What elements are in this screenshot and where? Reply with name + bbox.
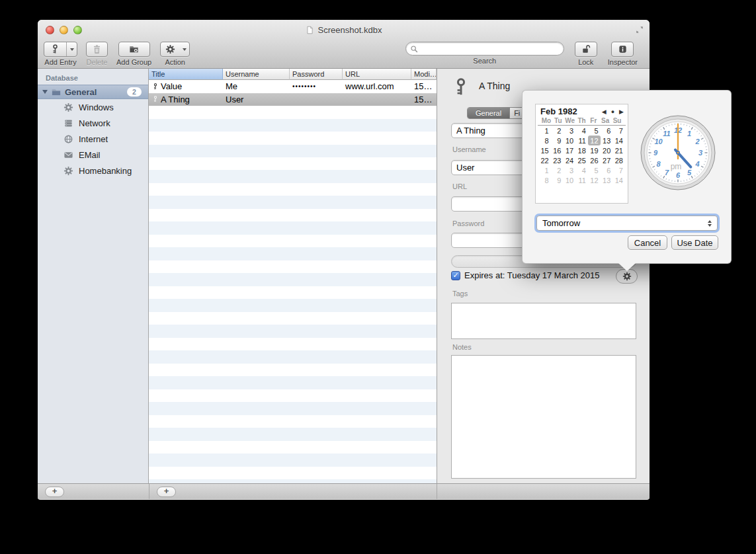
calendar-day[interactable]: 11 bbox=[575, 136, 588, 145]
calendar-day[interactable]: 10 bbox=[563, 175, 575, 185]
sidebar-item-internet[interactable]: Internet bbox=[38, 131, 148, 147]
calendar-day[interactable]: 3 bbox=[563, 126, 575, 136]
minimize-button[interactable] bbox=[60, 26, 68, 34]
calendar-day[interactable]: 1 bbox=[538, 165, 551, 175]
calendar-day[interactable]: 18 bbox=[575, 145, 588, 155]
calendar-day[interactable]: 8 bbox=[538, 175, 551, 185]
calendar-day[interactable]: 7 bbox=[612, 126, 625, 136]
calendar-next-button[interactable]: ▶ bbox=[619, 108, 624, 115]
calendar-day[interactable]: 23 bbox=[551, 155, 564, 165]
window-title: Screenshot.kdbx bbox=[318, 25, 382, 35]
sidebar-item-label: EMail bbox=[79, 150, 101, 160]
disclosure-triangle-icon[interactable] bbox=[42, 90, 48, 94]
calendar-day-selected[interactable]: 12 bbox=[588, 136, 601, 145]
column-header-title[interactable]: Title bbox=[149, 69, 223, 80]
sidebar-item-label: Windows bbox=[79, 102, 114, 112]
expires-options-button[interactable] bbox=[616, 269, 638, 284]
sidebar-item-network[interactable]: Network bbox=[38, 115, 148, 131]
delete-button[interactable] bbox=[86, 42, 108, 57]
calendar-day[interactable]: 16 bbox=[551, 145, 564, 155]
column-header-username[interactable]: Username bbox=[223, 69, 290, 80]
column-header-url[interactable]: URL bbox=[343, 69, 411, 80]
calendar-day[interactable]: 7 bbox=[612, 165, 625, 175]
calendar-day[interactable]: 5 bbox=[588, 126, 601, 136]
calendar: Feb 1982 ◀ ● ▶ MoTuWeThFrSaSu 1234567891… bbox=[535, 104, 628, 204]
calendar-weekday: We bbox=[564, 117, 576, 124]
calendar-day[interactable]: 24 bbox=[563, 155, 575, 165]
mail-icon bbox=[63, 150, 73, 160]
key-icon bbox=[152, 82, 159, 91]
add-group-plus-button[interactable]: + bbox=[45, 487, 64, 497]
clock-number: 2 bbox=[694, 138, 699, 145]
calendar-today-button[interactable]: ● bbox=[611, 108, 614, 115]
calendar-day[interactable]: 13 bbox=[601, 175, 613, 185]
expires-checkbox[interactable]: ✓ bbox=[451, 271, 460, 280]
calendar-day[interactable]: 22 bbox=[538, 155, 551, 165]
add-entry-plus-button[interactable]: + bbox=[157, 487, 176, 497]
calendar-day[interactable]: 10 bbox=[563, 136, 575, 145]
table-row[interactable]: A ThingUser15… bbox=[149, 93, 437, 106]
tab-general[interactable]: General bbox=[468, 108, 509, 118]
expiry-preset-select[interactable]: Tomorrow bbox=[536, 216, 718, 231]
globe-icon bbox=[63, 134, 73, 144]
search-input[interactable] bbox=[421, 44, 560, 54]
calendar-day[interactable]: 17 bbox=[563, 145, 575, 155]
calendar-month-label: Feb 1982 bbox=[540, 106, 577, 116]
close-button[interactable] bbox=[46, 26, 54, 34]
calendar-day[interactable]: 25 bbox=[575, 155, 588, 165]
column-header-modi[interactable]: Modi… bbox=[411, 69, 437, 80]
title-bar[interactable]: Screenshot.kdbx bbox=[38, 20, 650, 40]
add-entry-dropdown[interactable] bbox=[66, 42, 77, 56]
sidebar-item-windows[interactable]: Windows bbox=[38, 99, 148, 115]
calendar-prev-button[interactable]: ◀ bbox=[602, 108, 607, 115]
column-header-label: Title bbox=[151, 70, 165, 78]
column-header-password[interactable]: Password bbox=[290, 69, 343, 80]
zoom-button[interactable] bbox=[73, 26, 82, 34]
cancel-button[interactable]: Cancel bbox=[628, 235, 667, 250]
sidebar-item-homebanking[interactable]: Homebanking bbox=[38, 163, 148, 178]
add-entry-button[interactable] bbox=[44, 42, 77, 57]
calendar-day[interactable]: 26 bbox=[588, 155, 601, 165]
calendar-day[interactable]: 4 bbox=[575, 126, 588, 136]
notes-field[interactable] bbox=[451, 355, 636, 479]
tags-field[interactable] bbox=[451, 303, 636, 339]
fullscreen-icon[interactable] bbox=[635, 25, 644, 34]
calendar-day[interactable]: 11 bbox=[575, 175, 588, 185]
calendar-day[interactable]: 15 bbox=[538, 145, 551, 155]
calendar-day[interactable]: 14 bbox=[612, 136, 625, 145]
add-group-button[interactable] bbox=[118, 42, 150, 57]
inspector-button[interactable] bbox=[611, 42, 634, 57]
calendar-day[interactable]: 6 bbox=[601, 126, 613, 136]
calendar-day[interactable]: 12 bbox=[588, 175, 601, 185]
calendar-day[interactable]: 9 bbox=[551, 136, 564, 145]
use-date-button[interactable]: Use Date bbox=[671, 235, 718, 250]
calendar-day[interactable]: 8 bbox=[538, 136, 551, 145]
lock-button[interactable] bbox=[575, 42, 597, 57]
action-dropdown[interactable] bbox=[180, 42, 189, 56]
calendar-day[interactable]: 4 bbox=[575, 165, 588, 175]
calendar-day[interactable]: 1 bbox=[538, 126, 551, 136]
calendar-day[interactable]: 2 bbox=[551, 126, 564, 136]
table-empty-area[interactable] bbox=[149, 106, 437, 483]
table-row[interactable]: ValueMe••••••••www.url.com15… bbox=[149, 80, 437, 93]
calendar-day[interactable]: 13 bbox=[601, 136, 613, 145]
calendar-day[interactable]: 2 bbox=[551, 165, 564, 175]
calendar-day[interactable]: 6 bbox=[601, 165, 613, 175]
calendar-day[interactable]: 14 bbox=[612, 175, 625, 185]
sidebar-item-email[interactable]: EMail bbox=[38, 147, 148, 163]
calendar-day[interactable]: 21 bbox=[612, 145, 625, 155]
calendar-day[interactable]: 28 bbox=[612, 155, 625, 165]
calendar-day[interactable]: 9 bbox=[551, 175, 564, 185]
search-field[interactable] bbox=[405, 42, 564, 56]
calendar-day[interactable]: 27 bbox=[601, 155, 613, 165]
add-group-tool: Add Group bbox=[116, 42, 151, 66]
calendar-weekday: Fr bbox=[587, 117, 599, 124]
calendar-day[interactable]: 20 bbox=[601, 145, 613, 155]
action-button[interactable] bbox=[160, 42, 190, 57]
calendar-day[interactable]: 19 bbox=[588, 145, 601, 155]
sidebar-group-general[interactable]: General 2 bbox=[38, 85, 148, 99]
clock-number: 7 bbox=[665, 169, 669, 177]
cell-title: Value bbox=[149, 81, 223, 91]
calendar-day[interactable]: 3 bbox=[563, 165, 575, 175]
calendar-day[interactable]: 5 bbox=[588, 165, 601, 175]
